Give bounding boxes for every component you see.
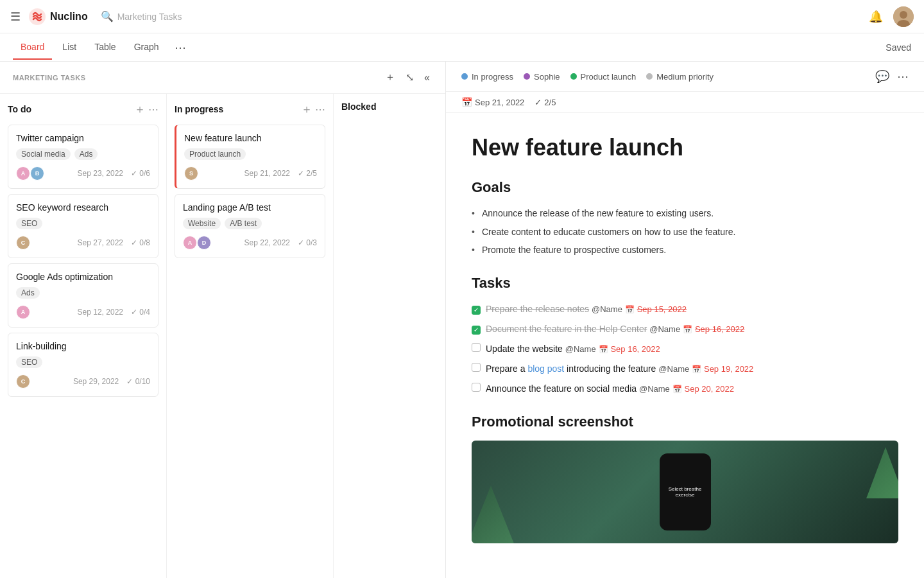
tag-dot bbox=[570, 73, 577, 80]
task-item: Announce the feature on social media @Na… bbox=[472, 381, 898, 396]
board-panel: MARKETING TASKS ＋ ⤡ « To do ＋ ⋯ Twitter … bbox=[0, 62, 446, 578]
card-meta: Sep 23, 2022 ✓ 0/6 bbox=[78, 169, 150, 178]
card-footer: C Sep 27, 2022 ✓ 0/8 bbox=[16, 236, 150, 250]
tab-list[interactable]: List bbox=[55, 35, 84, 60]
card-title: Twitter campaign bbox=[16, 133, 150, 143]
card-google-ads[interactable]: Google Ads optimization Ads A Sep 12, 20… bbox=[8, 263, 158, 328]
card-date: Sep 29, 2022 bbox=[73, 377, 119, 386]
expand-button[interactable]: ⤡ bbox=[403, 70, 416, 85]
card-footer: C Sep 29, 2022 ✓ 0/10 bbox=[16, 374, 150, 389]
detail-panel: In progress Sophie Product launch Medium… bbox=[446, 62, 924, 578]
card-new-feature-launch[interactable]: New feature launch Product launch S Sep … bbox=[175, 125, 325, 189]
logo-icon bbox=[28, 8, 46, 26]
avatar: A bbox=[16, 305, 30, 319]
check-icon: ✓ bbox=[535, 98, 542, 107]
card-checklist: ✓ 0/4 bbox=[131, 308, 150, 317]
tab-table[interactable]: Table bbox=[87, 35, 123, 60]
task-text: Prepare the release notes @Name 📅 Sep 15… bbox=[486, 302, 687, 317]
avatar: S bbox=[184, 166, 198, 180]
detail-date-badge: 📅 Sep 21, 2022 bbox=[461, 97, 524, 107]
task-item: Update the website @Name 📅 Sep 16, 2022 bbox=[472, 342, 898, 356]
card-checklist: ✓ 0/8 bbox=[131, 238, 150, 247]
card-tags: SEO bbox=[16, 356, 150, 368]
avatar: D bbox=[197, 236, 211, 250]
card-footer: S Sep 21, 2022 ✓ 2/5 bbox=[184, 166, 317, 180]
card-avatars: C bbox=[16, 374, 30, 389]
detail-header-bar: In progress Sophie Product launch Medium… bbox=[446, 62, 924, 92]
priority-label: Medium priority bbox=[656, 72, 714, 82]
app-logo[interactable]: Nuclino bbox=[28, 8, 88, 26]
card-date: Sep 21, 2022 bbox=[244, 169, 290, 178]
hamburger-menu[interactable]: ☰ bbox=[10, 10, 21, 24]
card-avatars: A D bbox=[183, 236, 211, 250]
status-badge: In progress bbox=[461, 72, 513, 82]
column-header-inprogress: In progress ＋ ⋯ bbox=[175, 101, 325, 117]
card-footer: A Sep 12, 2022 ✓ 0/4 bbox=[16, 305, 150, 319]
board-actions: ＋ ⤡ « bbox=[382, 69, 432, 85]
column-more-inprogress[interactable]: ⋯ bbox=[315, 103, 325, 116]
card-tags: Social media Ads bbox=[16, 148, 150, 160]
detail-content: New feature launch Goals Announce the re… bbox=[446, 113, 924, 564]
assignee-dot bbox=[524, 73, 530, 80]
card-link-building[interactable]: Link-building SEO C Sep 29, 2022 ✓ 0/10 bbox=[8, 333, 158, 397]
board-header: MARKETING TASKS ＋ ⤡ « bbox=[0, 62, 445, 94]
column-more-todo[interactable]: ⋯ bbox=[148, 103, 158, 116]
calendar-icon: 📅 bbox=[461, 97, 472, 107]
assignee-badge: Sophie bbox=[524, 72, 560, 82]
phone-mockup: Select breathe exercise bbox=[660, 453, 711, 530]
saved-indicator: Saved bbox=[886, 42, 911, 53]
card-title: Google Ads optimization bbox=[16, 272, 150, 282]
task-checkbox-2[interactable]: ✓ bbox=[472, 326, 481, 335]
column-add-inprogress[interactable]: ＋ bbox=[298, 101, 315, 117]
svg-point-2 bbox=[900, 11, 907, 19]
collapse-button[interactable]: « bbox=[422, 71, 432, 85]
status-dot bbox=[461, 73, 468, 80]
priority-badge: Medium priority bbox=[646, 72, 714, 82]
goal-item: Promote the feature to prospective custo… bbox=[472, 243, 898, 257]
board-title: MARKETING TASKS bbox=[13, 74, 382, 82]
card-meta: Sep 21, 2022 ✓ 2/5 bbox=[244, 169, 317, 178]
detail-header-right: 💬 ⋯ bbox=[875, 69, 909, 83]
task-text: Announce the feature on social media @Na… bbox=[486, 381, 734, 396]
blog-post-link[interactable]: blog post bbox=[527, 363, 564, 374]
add-item-button[interactable]: ＋ bbox=[382, 69, 398, 85]
card-seo-research[interactable]: SEO keyword research SEO C Sep 27, 2022 … bbox=[8, 194, 158, 258]
goals-heading: Goals bbox=[472, 179, 898, 196]
card-twitter-campaign[interactable]: Twitter campaign Social media Ads A B Se… bbox=[8, 125, 158, 189]
tab-more-button[interactable]: ⋯ bbox=[169, 34, 191, 61]
card-title: New feature launch bbox=[184, 133, 317, 143]
detail-checklist-badge: ✓ 2/5 bbox=[535, 98, 556, 107]
task-checkbox-5[interactable] bbox=[472, 383, 481, 392]
card-date: Sep 12, 2022 bbox=[78, 308, 123, 317]
tab-board[interactable]: Board bbox=[13, 35, 52, 60]
goals-list: Announce the release of the new feature … bbox=[472, 206, 898, 257]
search-bar[interactable]: 🔍 Marketing Tasks bbox=[101, 10, 861, 22]
user-avatar[interactable] bbox=[893, 6, 914, 27]
column-title-blocked: Blocked bbox=[341, 101, 445, 112]
tag-website: Website bbox=[183, 218, 221, 229]
tag-social-media: Social media bbox=[16, 148, 71, 160]
task-item: ✓ Document the feature in the Help Cente… bbox=[472, 322, 898, 337]
column-header-todo: To do ＋ ⋯ bbox=[8, 101, 158, 117]
card-landing-page[interactable]: Landing page A/B test Website A/B test A… bbox=[175, 194, 325, 258]
tab-graph[interactable]: Graph bbox=[126, 35, 167, 60]
card-footer: A B Sep 23, 2022 ✓ 0/6 bbox=[16, 166, 150, 180]
tab-bar: Board List Table Graph ⋯ Saved bbox=[0, 33, 924, 62]
notifications-icon[interactable]: 🔔 bbox=[869, 10, 883, 24]
task-checkbox-3[interactable] bbox=[472, 343, 481, 352]
column-add-todo[interactable]: ＋ bbox=[132, 101, 148, 117]
tag-ads: Ads bbox=[74, 148, 98, 160]
task-checkbox-4[interactable] bbox=[472, 363, 481, 372]
task-checkbox-1[interactable]: ✓ bbox=[472, 306, 481, 315]
more-options-button[interactable]: ⋯ bbox=[897, 69, 909, 83]
card-avatars: S bbox=[184, 166, 198, 180]
card-tags: SEO bbox=[16, 218, 150, 229]
card-tags: Website A/B test bbox=[183, 218, 317, 229]
comment-button[interactable]: 💬 bbox=[875, 69, 889, 83]
app-name: Nuclino bbox=[50, 11, 88, 22]
card-avatars: C bbox=[16, 236, 30, 250]
column-blocked: Blocked bbox=[334, 94, 445, 578]
avatar: A bbox=[16, 166, 30, 180]
tag-ads: Ads bbox=[16, 287, 40, 299]
card-title: SEO keyword research bbox=[16, 202, 150, 213]
